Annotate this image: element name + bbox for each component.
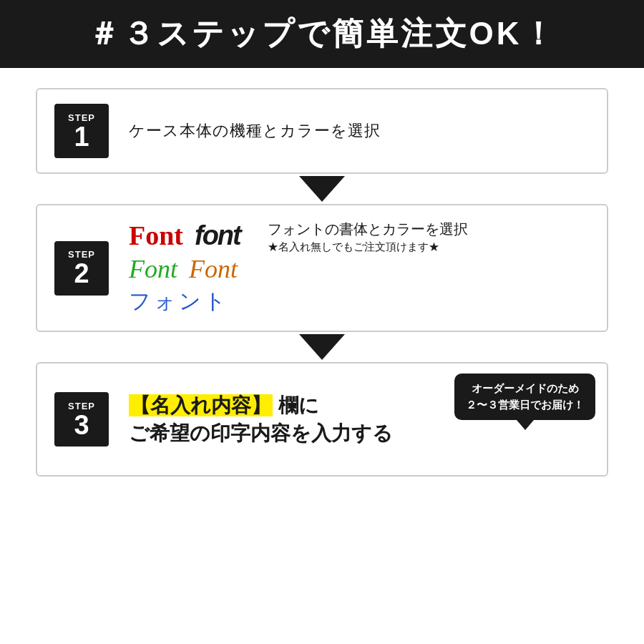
step-2-sub-text: ★名入れ無しでもご注文頂けます★ [268,240,468,254]
font-sample-blue: フォント [129,289,229,313]
main-content: STEP 1 ケース本体の機種とカラーを選択 STEP 2 Font [0,68,644,644]
font-row-2: Font Font [129,254,240,284]
font-sample-black: font [195,220,240,251]
step-2-badge: STEP 2 [54,241,109,296]
highlight-text: 【名入れ内容】 [129,394,273,416]
step-1-description: ケース本体の機種とカラーを選択 [129,120,381,142]
arrow-down-2 [299,334,345,360]
callout-line1: オーダーメイドのため [472,382,579,394]
arrow-down-1 [299,176,345,202]
step-2-description: フォントの書体とカラーを選択 ★名入れ無しでもご注文頂けます★ [255,220,468,254]
font-sample-green: Font [129,254,177,284]
step-1-badge: STEP 1 [54,104,109,158]
header: ＃３ステップで簡単注文OK！ [0,0,644,68]
step-2-number: 2 [74,260,89,287]
step-2-content: Font font Font Font フォント [129,220,590,316]
arrow-2 [36,332,608,362]
page-title: ＃３ステップで簡単注文OK！ [88,13,557,55]
step-1-number: 1 [74,123,89,150]
step-2-card: STEP 2 Font font Font Font [36,204,608,332]
step-2-main-text: フォントの書体とカラーを選択 [268,220,468,239]
step-3-line1-suffix: 欄に [273,394,319,416]
page-container: ＃３ステップで簡単注文OK！ STEP 1 ケース本体の機種とカラーを選択 ST… [0,0,644,644]
step-3-number: 3 [74,411,89,439]
font-sample-orange: Font [189,254,238,284]
step-3-card: オーダーメイドのため ２〜３営業日でお届け！ STEP 3 【名入れ内容】 欄に… [36,362,608,477]
arrow-1 [36,174,608,204]
bubble-callout: オーダーメイドのため ２〜３営業日でお届け！ [454,374,595,420]
font-row-3: フォント [129,287,240,316]
step-3-badge: STEP 3 [54,392,109,447]
font-sample-red: Font [129,220,183,251]
step-1-card: STEP 1 ケース本体の機種とカラーを選択 [36,88,608,174]
font-samples-area: Font font Font Font フォント [129,220,240,316]
callout-line2: ２〜３営業日でお届け！ [466,399,584,411]
font-row-1: Font font [129,220,240,251]
